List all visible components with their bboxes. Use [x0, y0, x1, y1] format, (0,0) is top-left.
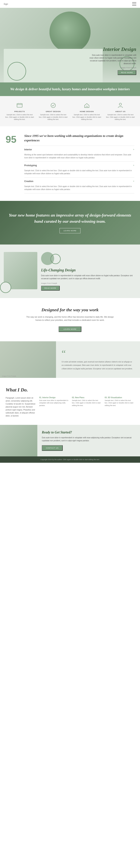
designed-learn-more-button[interactable]: LEARN MORE	[59, 327, 81, 332]
life-text: Duis aute irure dolor in reprehenderit i…	[41, 274, 136, 280]
footer: Copyright 2024 by the author. Click agai…	[0, 456, 140, 463]
designed-section: Designed for the way you work The way we…	[0, 298, 140, 341]
menu-line-1	[132, 2, 136, 3]
accordion-body-prototyping: Sample text. Click to select the text bo…	[24, 169, 134, 177]
green-banner-heading: Your new home features an impressive arr…	[7, 212, 133, 224]
menu-line-2	[132, 4, 136, 4]
accordion-title-interior: Interior	[24, 148, 32, 151]
contact-us-button[interactable]: CONTACT US	[42, 445, 63, 451]
card-home-design: HOME DESIGN Sample text. Click to select…	[71, 102, 103, 121]
ready-text: Duis aute irure dolor in reprehenderit i…	[42, 436, 136, 442]
hero-description: Duis aute irure dolor in reprehenderit i…	[88, 54, 136, 65]
card-projects-label: PROJECTS	[5, 111, 34, 113]
service-new-plans: 02. New Plans Sample text. Click to sele…	[72, 397, 102, 417]
accordion-header-creation[interactable]: Creation +	[24, 178, 134, 185]
ready-content: Ready to Get Started? Duis aute irure do…	[37, 425, 140, 456]
menu-line-3	[132, 5, 136, 6]
service-3d-visualization-text: Sample text. Click to select the text bo…	[105, 399, 134, 407]
card-about-us-label: ABOUT US	[106, 111, 135, 113]
logo: logo	[4, 2, 8, 5]
what-heading: What I Do.	[6, 387, 134, 393]
hero-section: Interior Design Duis aute irure dolor in…	[0, 8, 140, 83]
life-img-credit: Images From Freepik	[41, 282, 136, 284]
what-section: What I Do. Paragraph. Lorem ipsum dolor …	[0, 378, 140, 423]
accordion-title-creation: Creation	[24, 180, 33, 183]
ready-image	[0, 425, 37, 456]
svg-rect-5	[86, 106, 88, 107]
menu-button[interactable]	[132, 2, 136, 6]
quote-content: “ Ut enim ad minim veniam, quis nostrud …	[56, 341, 140, 378]
service-interior-design-num: 01. Interior Design	[39, 397, 69, 399]
hero-content: Interior Design Duis aute irure dolor in…	[88, 46, 136, 75]
life-title: Life-Changing Design	[41, 268, 136, 272]
card-about-us: ABOUT US Sample text. Click to select th…	[105, 102, 136, 121]
card-about-us-text: Sample text. Click to select the text bo…	[106, 114, 135, 121]
accordion-arrow-creation: +	[133, 180, 134, 183]
life-read-more-button[interactable]: READ MORE	[41, 286, 60, 290]
accordion-item-creation: Creation + Sample text. Click to select …	[24, 178, 134, 193]
service-interior-design-text: Duis aute irure dolor in reprehenderit i…	[39, 399, 69, 407]
accordion-item-interior: Interior + Working at the sweet spot bet…	[24, 146, 134, 162]
accordion-header-interior[interactable]: Interior +	[24, 146, 134, 153]
accordion: Interior + Working at the sweet spot bet…	[24, 146, 134, 193]
ready-section: Ready to Get Started? Duis aute irure do…	[0, 425, 140, 456]
since-number: 95	[6, 134, 21, 145]
great-design-icon	[50, 102, 57, 109]
footer-text: Copyright 2024 by the author. Click agai…	[4, 459, 136, 461]
design-deliver-section: We design & deliver beautiful hotels, lu…	[0, 83, 140, 96]
accordion-title-prototyping: Prototyping	[24, 164, 37, 167]
design-deliver-heading: We design & deliver beautiful hotels, lu…	[7, 87, 133, 92]
since-content: Since 1995 we've been working with amazi…	[24, 134, 134, 193]
projects-icon	[16, 102, 23, 109]
card-projects: PROJECTS Sample text. Click to select th…	[4, 102, 35, 121]
quote-text: Ut enim ad minim veniam, quis nostrud ex…	[62, 360, 134, 370]
life-content: Life-Changing Design Duis aute irure dol…	[41, 252, 136, 290]
ready-heading: Ready to Get Started?	[42, 430, 136, 434]
card-home-design-text: Sample text. Click to select the text bo…	[73, 114, 101, 121]
green-banner-content: Your new home features an impressive arr…	[7, 212, 133, 233]
what-services: 01. Interior Design Duis aute irure dolo…	[39, 397, 134, 417]
designed-heading: Designed for the way you work	[7, 307, 133, 312]
card-great-design-label: GREAT DESIGN	[39, 111, 67, 113]
cards-section: PROJECTS Sample text. Click to select th…	[0, 96, 140, 126]
green-banner-section: Your new home features an impressive arr…	[0, 201, 140, 245]
hero-image-credit: Images From Freepik	[88, 67, 136, 69]
card-home-design-label: HOME DESIGN	[73, 111, 101, 113]
svg-rect-0	[17, 103, 22, 107]
service-interior-design: 01. Interior Design Duis aute irure dolo…	[39, 397, 69, 417]
designed-text: The way we work is changing, and the hom…	[23, 315, 117, 322]
accordion-arrow-interior: +	[133, 148, 134, 151]
card-great-design-text: Sample text. Click to select the text bo…	[39, 114, 67, 121]
quote-section: Images From Freepik “ Ut enim ad minim v…	[0, 341, 140, 378]
quote-img-credit: Images From Freepik	[2, 375, 16, 377]
life-image-circle	[0, 282, 11, 293]
hero-circle-outline	[7, 62, 26, 81]
service-3d-visualization: 03. 3D Visualization Sample text. Click …	[105, 397, 134, 417]
life-circle-filled	[41, 252, 54, 265]
service-new-plans-num: 02. New Plans	[72, 397, 102, 399]
card-great-design: GREAT DESIGN Sample text. Click to selec…	[37, 102, 69, 121]
accordion-body-creation: Sample text. Click to select the text bo…	[24, 185, 134, 193]
about-us-icon	[117, 102, 124, 109]
life-section: Life-Changing Design Duis aute irure dol…	[0, 245, 140, 298]
hero-title: Interior Design	[88, 46, 136, 52]
life-circles	[41, 252, 136, 265]
service-3d-visualization-num: 03. 3D Visualization	[105, 397, 134, 399]
card-projects-text: Sample text. Click to select the text bo…	[5, 114, 34, 121]
what-layout: Paragraph. Lorem ipsum dolor sit amet, c…	[6, 397, 134, 417]
svg-point-6	[119, 103, 121, 105]
since-section: 95 Since 1995 we've been working with am…	[0, 126, 140, 201]
green-banner-learn-more-button[interactable]: LEARN MORE	[60, 228, 80, 233]
accordion-body-interior: Working at the sweet spot between minima…	[24, 153, 134, 161]
life-image	[4, 252, 37, 289]
service-new-plans-text: Sample text. Click to select the text bo…	[72, 399, 102, 407]
navbar: logo	[0, 0, 140, 8]
home-design-icon	[83, 102, 90, 109]
since-heading: Since 1995 we've been working with amazi…	[24, 134, 134, 143]
quote-image: Images From Freepik	[0, 341, 56, 378]
hero-read-more-button[interactable]: READ MORE	[118, 70, 136, 75]
svg-point-4	[51, 103, 55, 107]
what-paragraph: Paragraph. Lorem ipsum dolor sit amet, c…	[6, 397, 35, 417]
accordion-header-prototyping[interactable]: Prototyping +	[24, 162, 134, 169]
accordion-item-prototyping: Prototyping + Sample text. Click to sele…	[24, 162, 134, 178]
